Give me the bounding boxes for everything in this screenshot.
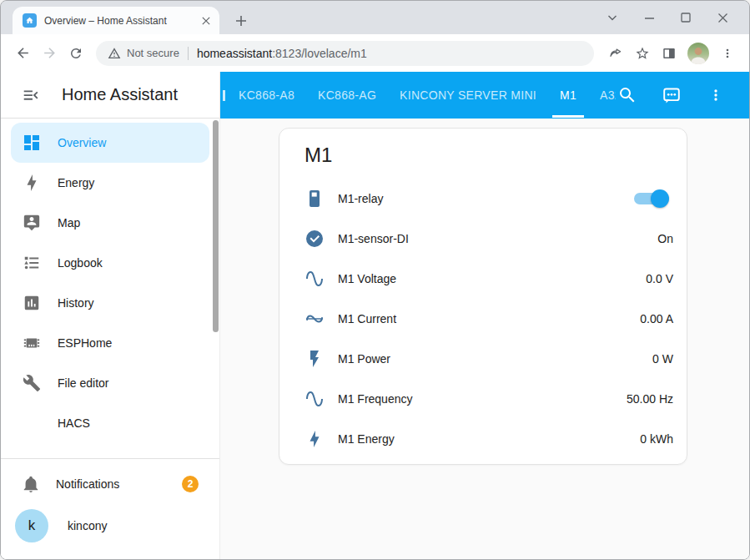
sidebar-item-hacs[interactable]: HACS	[11, 403, 209, 443]
warning-icon	[108, 47, 121, 60]
sidebar-item-history[interactable]: History	[11, 283, 209, 323]
entity-row-m1-voltage[interactable]: M1 Voltage 0.0 V	[293, 259, 673, 299]
lightning-bolt-icon	[305, 429, 325, 449]
sidebar-nav: Overview Energy Map	[1, 119, 219, 443]
card-title: M1	[293, 142, 673, 169]
bell-icon	[22, 475, 40, 493]
tab-m1[interactable]: M1	[548, 72, 588, 119]
entities-card: M1 M1-relay M1-sensor-DI On	[279, 128, 687, 465]
notification-badge: 2	[182, 476, 199, 492]
current-ac-icon	[305, 309, 325, 329]
sidebar-item-user[interactable]: k kincony	[1, 504, 219, 547]
app-title: Home Assistant	[62, 85, 178, 104]
sidebar-item-energy[interactable]: Energy	[11, 163, 209, 203]
sidebar-item-esphome[interactable]: ESPHome	[11, 323, 209, 363]
sine-wave-icon	[305, 389, 325, 409]
url-text: homeassistant:8123/lovelace/m1	[197, 47, 367, 60]
close-button[interactable]	[704, 1, 741, 34]
browser-tab-title: Overview – Home Assistant	[44, 15, 199, 27]
reload-icon[interactable]	[63, 40, 89, 67]
forward-icon[interactable]	[36, 40, 63, 67]
browser-window: Overview – Home Assistant	[0, 0, 750, 560]
sidebar-item-notifications[interactable]: Notifications 2	[1, 464, 219, 504]
new-tab-button[interactable]	[229, 9, 252, 32]
check-circle-icon	[305, 229, 325, 249]
tab-kc868-a8[interactable]: KC868-A8	[227, 72, 306, 119]
ha-sidebar: Home Assistant Overview Energy	[1, 72, 220, 560]
format-list-icon	[22, 253, 42, 273]
maximize-button[interactable]	[667, 1, 704, 34]
browser-menu-icon[interactable]	[714, 40, 741, 67]
light-switch-icon	[305, 189, 325, 209]
view-tabs: KC868-A8 KC868-AG KINCONY SERVER MINI M1…	[220, 72, 616, 119]
entity-row-m1-energy[interactable]: M1 Energy 0 kWh	[293, 419, 673, 459]
browser-toolbar: Not secure homeassistant:8123/lovelace/m…	[1, 34, 749, 72]
menu-open-icon[interactable]	[21, 85, 41, 105]
hacs-icon	[22, 413, 42, 433]
entity-row-m1-frequency[interactable]: M1 Frequency 50.00 Hz	[293, 379, 673, 419]
address-divider	[188, 47, 189, 60]
tab-kc868-ag[interactable]: KC868-AG	[306, 72, 388, 119]
ha-header: KC868-A8 KC868-AG KINCONY SERVER MINI M1…	[220, 72, 749, 119]
lightning-bolt-icon	[22, 173, 42, 193]
flash-icon	[305, 349, 325, 369]
sidebar-item-map[interactable]: Map	[11, 203, 209, 243]
side-panel-icon[interactable]	[656, 40, 682, 67]
view-dashboard-icon	[22, 133, 42, 153]
sidebar-item-overview[interactable]: Overview	[11, 123, 209, 163]
assist-chat-icon[interactable]	[662, 85, 682, 105]
entity-row-m1-relay[interactable]: M1-relay	[293, 179, 673, 219]
minimize-button[interactable]	[631, 1, 667, 34]
sidebar-bottom: Notifications 2 k kincony	[1, 458, 219, 560]
wrench-icon	[22, 373, 42, 393]
entity-row-m1-power[interactable]: M1 Power 0 W	[293, 339, 673, 379]
home-assistant-favicon	[23, 13, 37, 28]
tooltip-account-icon	[22, 213, 42, 233]
sidebar-item-file-editor[interactable]: File editor	[11, 363, 209, 403]
browser-tab[interactable]: Overview – Home Assistant	[13, 7, 219, 34]
sidebar-item-logbook[interactable]: Logbook	[11, 243, 209, 283]
back-icon[interactable]	[9, 40, 36, 67]
browser-profile-avatar[interactable]	[687, 43, 709, 64]
user-avatar: k	[15, 509, 48, 542]
tab-close-icon[interactable]	[199, 13, 213, 28]
chart-box-icon	[22, 293, 42, 313]
overflow-menu-icon[interactable]	[706, 85, 726, 105]
browser-titlebar: Overview – Home Assistant	[1, 1, 749, 34]
bookmark-star-icon[interactable]	[629, 40, 656, 67]
relay-toggle[interactable]	[634, 189, 669, 209]
address-bar[interactable]: Not secure homeassistant:8123/lovelace/m…	[96, 41, 594, 66]
search-icon[interactable]	[617, 85, 637, 105]
sine-wave-icon	[305, 269, 325, 289]
chevron-down-icon[interactable]	[594, 1, 631, 34]
entity-row-m1-sensor-di[interactable]: M1-sensor-DI On	[293, 219, 673, 259]
entity-row-m1-current[interactable]: M1 Current 0.00 A	[293, 299, 673, 339]
sidebar-scrollbar[interactable]	[213, 120, 219, 332]
chip-icon	[22, 333, 42, 353]
tab-a32[interactable]: A32	[588, 72, 616, 119]
share-icon[interactable]	[602, 40, 629, 67]
tab-kincony-server-mini[interactable]: KINCONY SERVER MINI	[388, 72, 548, 119]
security-label: Not secure	[127, 47, 179, 59]
sidebar-header: Home Assistant	[1, 72, 219, 119]
view-content: M1 M1-relay M1-sensor-DI On	[220, 119, 749, 560]
